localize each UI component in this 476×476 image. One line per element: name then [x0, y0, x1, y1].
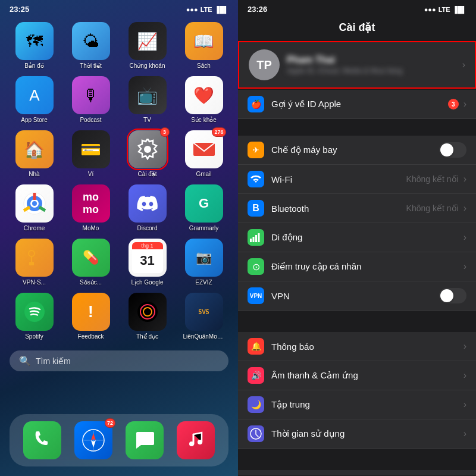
chevron-sound-icon: ›	[464, 370, 466, 381]
app-item-appstore[interactable]: AApp Store	[10, 76, 59, 123]
settings-section-2: 🔔Thông báo›🔊Âm thanh & Cảm ứng›🌙Tập trun…	[238, 332, 476, 449]
dock-app-messages[interactable]	[126, 421, 164, 459]
app-item-ezviz[interactable]: 📷EZVIZ	[179, 239, 228, 286]
settings-row-sound[interactable]: 🔊Âm thanh & Cảm ứng›	[238, 361, 476, 390]
settings-label-airplane: Chế độ máy bay	[271, 145, 439, 155]
status-bar-left: 23:25 ●●● LTE ▐█▌	[0, 0, 238, 16]
chevron-cellular-icon: ›	[464, 232, 466, 243]
app-label-fitness: Thể dục	[136, 333, 158, 340]
app-item-appletv[interactable]: 📺TV	[123, 76, 172, 123]
app-label-books: Sách	[197, 62, 211, 69]
settings-row-notifications[interactable]: 🔔Thông báo›	[238, 332, 476, 361]
svg-point-1	[144, 146, 151, 153]
dock: 72	[10, 414, 228, 466]
profile-info: Pham Thai Apple ID, iCloud, Media & Mua …	[287, 55, 462, 75]
app-item-weather[interactable]: 🌤Thời tiết	[66, 22, 115, 69]
app-item-gmail[interactable]: 276Gmail	[179, 130, 228, 177]
settings-row-wifi[interactable]: Wi-FiKhông kết nối›	[238, 165, 476, 194]
search-icon: 🔍	[19, 355, 31, 367]
svg-text:A: A	[29, 86, 40, 104]
chevron-bluetooth-icon: ›	[464, 203, 466, 214]
settings-icon-sound: 🔊	[248, 367, 264, 384]
chevron-screentime-icon: ›	[464, 428, 466, 439]
app-label-appstore: App Store	[21, 117, 47, 123]
app-item-home[interactable]: 🏠Nhà	[10, 130, 59, 177]
settings-row-airplane[interactable]: ✈Chế độ máy bay	[238, 136, 476, 165]
dock-app-phone[interactable]	[23, 421, 61, 459]
app-icon-books: 📖	[185, 22, 223, 60]
app-label-maps: Bản đồ	[24, 62, 44, 69]
apple-id-icon: 🍎	[248, 96, 264, 112]
svg-point-23	[198, 440, 202, 444]
settings-row-cellular[interactable]: Di động›	[238, 223, 476, 252]
app-item-momo[interactable]: momoMoMo	[66, 184, 115, 231]
app-item-feedback[interactable]: !Feedback	[66, 293, 115, 340]
profile-chevron-icon: ›	[462, 60, 465, 70]
network-right-icon: LTE	[439, 6, 450, 13]
search-bar[interactable]: 🔍 Tìm kiếm	[10, 350, 228, 371]
avatar-initials: TP	[256, 58, 272, 72]
app-item-settings[interactable]: 3Cài đặt	[123, 130, 172, 177]
settings-section-1: ✈Chế độ máy bayWi-FiKhông kết nối›BBluet…	[238, 136, 476, 311]
chevron-hotspot-icon: ›	[464, 261, 466, 272]
settings-row-focus[interactable]: 🌙Tập trung›	[238, 390, 476, 419]
app-icon-appstore: A	[15, 76, 54, 114]
apple-id-row[interactable]: 🍎 Gợi ý về ID Apple 3 ›	[238, 90, 476, 119]
time-right: 23:26	[248, 5, 267, 14]
app-icon-health: ❤️	[185, 76, 223, 114]
app-label-chrome: Chrome	[24, 225, 45, 231]
svg-rect-27	[258, 233, 260, 242]
settings-label-hotspot: Điểm truy cập cá nhân	[271, 261, 464, 272]
app-icon-fitness	[129, 293, 167, 331]
toggle-vpn[interactable]	[439, 288, 466, 303]
app-icon-podcasts: 🎙	[72, 76, 110, 114]
settings-row-general[interactable]: Cài đặt chung›	[238, 470, 476, 475]
app-item-maps[interactable]: 🗺Bản đồ	[10, 22, 59, 69]
settings-icon-cellular	[248, 229, 264, 246]
app-item-stocks[interactable]: 📈Chứng khoán	[123, 22, 172, 69]
settings-icon-hotspot: ⊙	[248, 258, 264, 275]
app-badge-gmail: 276	[212, 127, 226, 137]
app-item-calendar[interactable]: thg 131Lịch Google	[123, 239, 172, 286]
settings-row-screentime[interactable]: Thời gian sử dụng›	[238, 419, 476, 449]
settings-label-bluetooth: Bluetooth	[271, 203, 406, 214]
app-item-books[interactable]: 📖Sách	[179, 22, 228, 69]
settings-label-wifi: Wi-Fi	[271, 174, 406, 184]
dock-app-safari[interactable]: 72	[74, 421, 112, 459]
svg-rect-12	[29, 262, 34, 265]
settings-icon-notifications: 🔔	[248, 338, 264, 355]
app-item-wallet[interactable]: 💳Ví	[66, 130, 115, 177]
app-item-podcasts[interactable]: 🎙Podcast	[66, 76, 115, 123]
app-item-vpn[interactable]: VPN-S...	[10, 239, 59, 286]
app-icon-maps: 🗺	[15, 22, 54, 60]
signal-right-icon: ●●●	[424, 6, 436, 13]
toggle-airplane[interactable]	[439, 142, 466, 158]
profile-sub: Apple ID, iCloud, Media & Mua hàng	[287, 67, 462, 75]
dock-app-music[interactable]	[177, 421, 215, 459]
settings-row-vpn[interactable]: VPNVPN	[238, 281, 476, 311]
app-label-momo: MoMo	[83, 225, 99, 231]
app-label-weather: Thời tiết	[80, 62, 101, 69]
app-item-sosuck[interactable]: 💊Sốsức...	[66, 239, 115, 286]
app-item-spotify[interactable]: Spotify	[10, 293, 59, 340]
profile-row[interactable]: TP Pham Thai Apple ID, iCloud, Media & M…	[238, 41, 476, 89]
apple-id-label: Gợi ý về ID Apple	[271, 99, 448, 109]
app-item-chrome[interactable]: Chrome	[10, 184, 59, 231]
app-item-lienquan[interactable]: 5V5LiênQuânMobile	[179, 293, 228, 340]
svg-rect-24	[250, 239, 252, 242]
app-label-discord: Discord	[137, 225, 158, 231]
app-label-stocks: Chứng khoán	[130, 62, 165, 69]
settings-label-sound: Âm thanh & Cảm ứng	[271, 370, 464, 381]
settings-row-hotspot[interactable]: ⊙Điểm truy cập cá nhân›	[238, 252, 476, 281]
app-label-home: Nhà	[29, 171, 39, 177]
chevron-wifi-icon: ›	[464, 174, 466, 184]
app-label-settings: Cài đặt	[137, 171, 156, 177]
app-item-health[interactable]: ❤️Sức khỏe	[179, 76, 228, 123]
app-label-grammarly: Grammarly	[189, 225, 218, 231]
app-label-sosuck: Sốsức...	[80, 279, 102, 286]
app-item-grammarly[interactable]: GGrammarly	[179, 184, 228, 231]
app-item-discord[interactable]: Discord	[123, 184, 172, 231]
battery-right-icon: ▐█▌	[453, 6, 466, 13]
app-item-fitness[interactable]: Thể dục	[123, 293, 172, 340]
settings-row-bluetooth[interactable]: BBluetoothKhông kết nối›	[238, 194, 476, 223]
